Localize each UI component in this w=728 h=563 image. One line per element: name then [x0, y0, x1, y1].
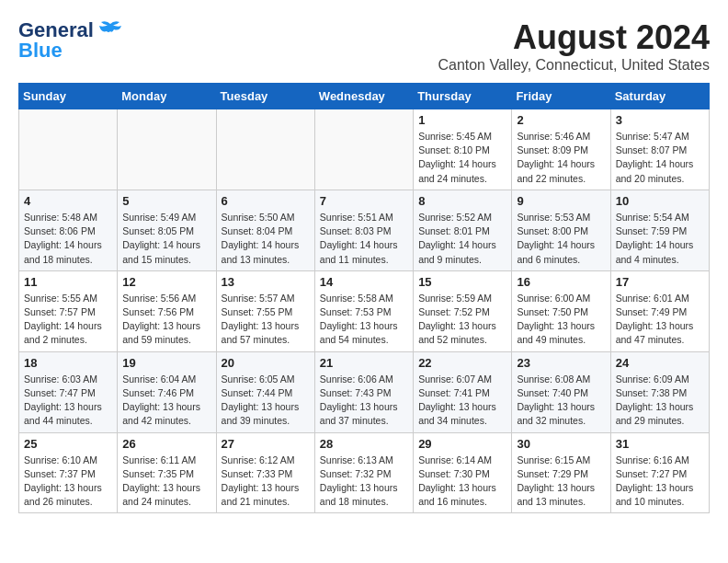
calendar-week-row: 1Sunrise: 5:45 AM Sunset: 8:10 PM Daylig… — [19, 109, 710, 190]
calendar-cell: 21Sunrise: 6:06 AM Sunset: 7:43 PM Dayli… — [314, 351, 413, 432]
day-number: 28 — [320, 437, 408, 451]
day-info: Sunrise: 5:58 AM Sunset: 7:53 PM Dayligh… — [320, 292, 408, 348]
calendar-week-row: 11Sunrise: 5:55 AM Sunset: 7:57 PM Dayli… — [19, 270, 710, 351]
page-subtitle: Canton Valley, Connecticut, United State… — [438, 57, 710, 74]
day-number: 21 — [320, 356, 408, 370]
logo-bird-icon — [97, 20, 123, 40]
weekday-header-wednesday: Wednesday — [314, 84, 413, 109]
day-number: 2 — [517, 113, 605, 127]
day-number: 29 — [418, 437, 506, 451]
calendar-cell: 1Sunrise: 5:45 AM Sunset: 8:10 PM Daylig… — [414, 109, 512, 190]
day-info: Sunrise: 6:09 AM Sunset: 7:38 PM Dayligh… — [616, 373, 704, 429]
day-info: Sunrise: 5:45 AM Sunset: 8:10 PM Dayligh… — [418, 130, 506, 186]
calendar-cell: 23Sunrise: 6:08 AM Sunset: 7:40 PM Dayli… — [512, 351, 610, 432]
logo: General Blue — [18, 18, 123, 63]
day-number: 26 — [122, 437, 210, 451]
day-info: Sunrise: 5:59 AM Sunset: 7:52 PM Dayligh… — [418, 292, 506, 348]
day-info: Sunrise: 6:03 AM Sunset: 7:47 PM Dayligh… — [24, 373, 112, 429]
day-info: Sunrise: 6:13 AM Sunset: 7:32 PM Dayligh… — [320, 454, 408, 510]
weekday-header-monday: Monday — [118, 84, 216, 109]
day-info: Sunrise: 6:16 AM Sunset: 7:27 PM Dayligh… — [616, 454, 704, 510]
calendar-week-row: 18Sunrise: 6:03 AM Sunset: 7:47 PM Dayli… — [19, 351, 710, 432]
day-number: 20 — [222, 356, 310, 370]
day-number: 13 — [222, 275, 310, 289]
day-number: 23 — [517, 356, 605, 370]
day-number: 4 — [24, 194, 112, 208]
day-info: Sunrise: 5:48 AM Sunset: 8:06 PM Dayligh… — [24, 211, 112, 267]
calendar-cell: 8Sunrise: 5:52 AM Sunset: 8:01 PM Daylig… — [414, 190, 512, 270]
day-info: Sunrise: 6:11 AM Sunset: 7:35 PM Dayligh… — [122, 454, 210, 510]
day-number: 12 — [122, 275, 210, 289]
calendar-cell: 15Sunrise: 5:59 AM Sunset: 7:52 PM Dayli… — [414, 270, 512, 351]
day-number: 22 — [418, 356, 506, 370]
day-number: 30 — [517, 437, 605, 451]
day-number: 8 — [418, 194, 506, 208]
calendar-cell: 10Sunrise: 5:54 AM Sunset: 7:59 PM Dayli… — [610, 190, 709, 270]
day-info: Sunrise: 5:49 AM Sunset: 8:05 PM Dayligh… — [122, 211, 210, 267]
day-info: Sunrise: 5:50 AM Sunset: 8:04 PM Dayligh… — [222, 211, 310, 267]
day-info: Sunrise: 6:15 AM Sunset: 7:29 PM Dayligh… — [517, 454, 605, 510]
calendar-cell: 4Sunrise: 5:48 AM Sunset: 8:06 PM Daylig… — [19, 190, 118, 270]
calendar-cell: 2Sunrise: 5:46 AM Sunset: 8:09 PM Daylig… — [512, 109, 610, 190]
day-info: Sunrise: 6:12 AM Sunset: 7:33 PM Dayligh… — [222, 454, 310, 510]
day-number: 7 — [320, 194, 408, 208]
calendar-cell: 20Sunrise: 6:05 AM Sunset: 7:44 PM Dayli… — [216, 351, 314, 432]
day-number: 18 — [24, 356, 112, 370]
day-number: 9 — [517, 194, 605, 208]
day-info: Sunrise: 6:01 AM Sunset: 7:49 PM Dayligh… — [616, 292, 704, 348]
calendar-cell: 30Sunrise: 6:15 AM Sunset: 7:29 PM Dayli… — [512, 432, 610, 513]
calendar-cell: 6Sunrise: 5:50 AM Sunset: 8:04 PM Daylig… — [216, 190, 314, 270]
calendar-cell: 7Sunrise: 5:51 AM Sunset: 8:03 PM Daylig… — [314, 190, 413, 270]
day-info: Sunrise: 5:56 AM Sunset: 7:56 PM Dayligh… — [122, 292, 210, 348]
calendar-cell: 12Sunrise: 5:56 AM Sunset: 7:56 PM Dayli… — [118, 270, 216, 351]
weekday-header-tuesday: Tuesday — [216, 84, 314, 109]
day-info: Sunrise: 5:54 AM Sunset: 7:59 PM Dayligh… — [616, 211, 704, 267]
calendar-cell: 5Sunrise: 5:49 AM Sunset: 8:05 PM Daylig… — [118, 190, 216, 270]
page-title: August 2024 — [438, 18, 710, 57]
calendar-cell: 19Sunrise: 6:04 AM Sunset: 7:46 PM Dayli… — [118, 351, 216, 432]
day-info: Sunrise: 5:47 AM Sunset: 8:07 PM Dayligh… — [616, 130, 704, 186]
calendar-cell — [118, 109, 216, 190]
day-number: 5 — [122, 194, 210, 208]
calendar-cell: 11Sunrise: 5:55 AM Sunset: 7:57 PM Dayli… — [19, 270, 118, 351]
day-info: Sunrise: 5:57 AM Sunset: 7:55 PM Dayligh… — [222, 292, 310, 348]
title-block: August 2024 Canton Valley, Connecticut, … — [438, 18, 710, 74]
day-number: 14 — [320, 275, 408, 289]
weekday-header-saturday: Saturday — [610, 84, 709, 109]
day-info: Sunrise: 6:00 AM Sunset: 7:50 PM Dayligh… — [517, 292, 605, 348]
day-number: 11 — [24, 275, 112, 289]
weekday-header-sunday: Sunday — [19, 84, 118, 109]
day-number: 3 — [616, 113, 704, 127]
calendar-cell: 14Sunrise: 5:58 AM Sunset: 7:53 PM Dayli… — [314, 270, 413, 351]
day-info: Sunrise: 6:08 AM Sunset: 7:40 PM Dayligh… — [517, 373, 605, 429]
day-number: 25 — [24, 437, 112, 451]
day-number: 31 — [616, 437, 704, 451]
calendar-cell: 13Sunrise: 5:57 AM Sunset: 7:55 PM Dayli… — [216, 270, 314, 351]
day-number: 10 — [616, 194, 704, 208]
day-info: Sunrise: 6:14 AM Sunset: 7:30 PM Dayligh… — [418, 454, 506, 510]
calendar-cell: 31Sunrise: 6:16 AM Sunset: 7:27 PM Dayli… — [610, 432, 709, 513]
calendar-week-row: 4Sunrise: 5:48 AM Sunset: 8:06 PM Daylig… — [19, 190, 710, 270]
calendar-cell: 17Sunrise: 6:01 AM Sunset: 7:49 PM Dayli… — [610, 270, 709, 351]
weekday-header-friday: Friday — [512, 84, 610, 109]
calendar-cell: 27Sunrise: 6:12 AM Sunset: 7:33 PM Dayli… — [216, 432, 314, 513]
day-number: 19 — [122, 356, 210, 370]
day-number: 15 — [418, 275, 506, 289]
day-number: 1 — [418, 113, 506, 127]
day-number: 17 — [616, 275, 704, 289]
calendar-cell — [216, 109, 314, 190]
day-number: 27 — [222, 437, 310, 451]
calendar-cell: 28Sunrise: 6:13 AM Sunset: 7:32 PM Dayli… — [314, 432, 413, 513]
day-info: Sunrise: 6:07 AM Sunset: 7:41 PM Dayligh… — [418, 373, 506, 429]
calendar-cell — [19, 109, 118, 190]
weekday-header-thursday: Thursday — [414, 84, 512, 109]
calendar-week-row: 25Sunrise: 6:10 AM Sunset: 7:37 PM Dayli… — [19, 432, 710, 513]
calendar-cell: 24Sunrise: 6:09 AM Sunset: 7:38 PM Dayli… — [610, 351, 709, 432]
day-info: Sunrise: 5:46 AM Sunset: 8:09 PM Dayligh… — [517, 130, 605, 186]
day-info: Sunrise: 5:55 AM Sunset: 7:57 PM Dayligh… — [24, 292, 112, 348]
calendar-cell: 16Sunrise: 6:00 AM Sunset: 7:50 PM Dayli… — [512, 270, 610, 351]
day-info: Sunrise: 5:52 AM Sunset: 8:01 PM Dayligh… — [418, 211, 506, 267]
day-info: Sunrise: 5:53 AM Sunset: 8:00 PM Dayligh… — [517, 211, 605, 267]
day-info: Sunrise: 6:10 AM Sunset: 7:37 PM Dayligh… — [24, 454, 112, 510]
day-number: 16 — [517, 275, 605, 289]
